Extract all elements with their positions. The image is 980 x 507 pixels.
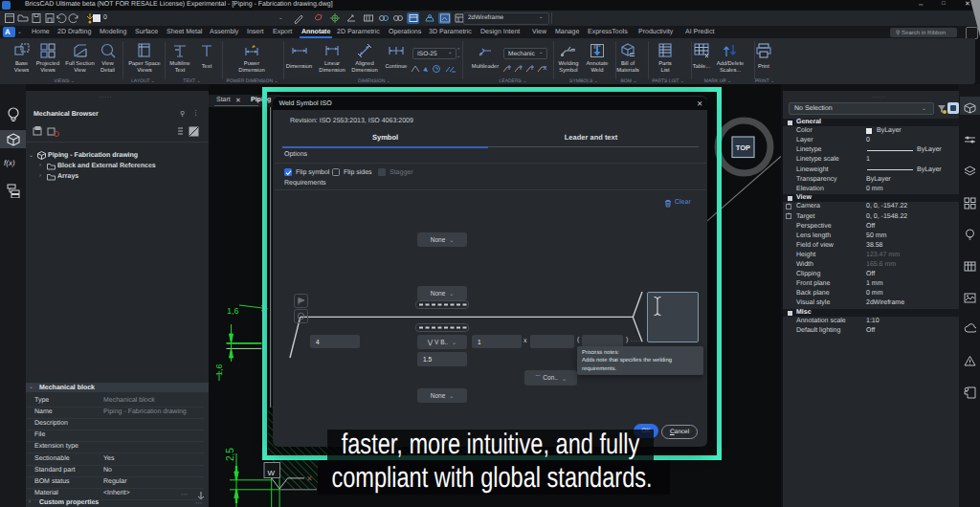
svg-text:2,5: 2,5 bbox=[225, 448, 235, 461]
svg-text:1,6: 1,6 bbox=[227, 306, 239, 316]
svg-text:W: W bbox=[268, 469, 276, 477]
svg-text:TOP: TOP bbox=[736, 143, 750, 152]
svg-text:✕: ✕ bbox=[306, 474, 313, 483]
svg-text:1,6: 1,6 bbox=[214, 364, 224, 376]
